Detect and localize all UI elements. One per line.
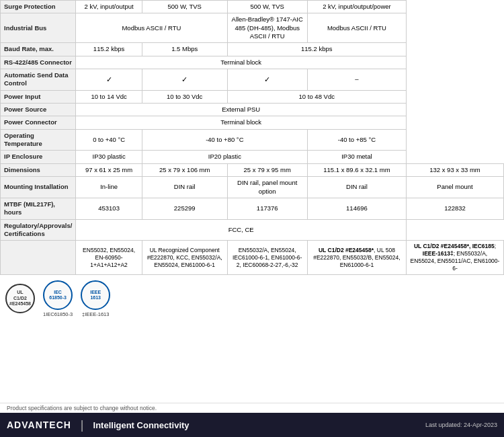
cell: Allen-Bradley® 1747-AIC 485 (DH-485), Mo… xyxy=(227,13,307,43)
table-row: Regulatory/Approvals/ Certifications FCC… xyxy=(1,219,504,241)
cell: ✓ xyxy=(76,69,142,91)
row-label: RS-422/485 Connector xyxy=(1,56,76,69)
cell: FCC, CE xyxy=(76,219,407,241)
cell: 115.1 x 89.6 x 32.1 mm xyxy=(307,163,406,176)
table-row: Dimensions 97 x 61 x 25 mm 25 x 79 x 106… xyxy=(1,163,504,176)
row-label: Power Source xyxy=(1,104,76,116)
cell: 2 kV, input/output xyxy=(76,1,142,13)
cell: 0 to +40 °C xyxy=(76,129,142,151)
cell: IP20 plastic xyxy=(142,151,307,163)
row-label: Industrial Bus xyxy=(1,13,76,43)
cell: 97 x 61 x 25 mm xyxy=(76,163,142,176)
cell: UL C1/D2 #E245458*, UL 508 #E222870, EN5… xyxy=(307,241,406,275)
cell: 115.2 kbps xyxy=(227,43,406,56)
brand-area: ADVANTECH | Intelligent Connectivity xyxy=(7,418,190,432)
table-row: RS-422/485 Connector Terminal block xyxy=(1,56,504,69)
table-row: IP Enclosure IP30 plastic IP20 plastic I… xyxy=(1,151,504,163)
cell: IP30 metal xyxy=(307,151,406,163)
cell: Terminal block xyxy=(76,116,407,129)
row-label: Operating Temperature xyxy=(1,129,76,151)
cell: -40 to +80 °C xyxy=(142,129,307,151)
row-label: Power Input xyxy=(1,90,76,103)
footer-note: Product specifications are subject to ch… xyxy=(0,403,504,413)
cell: 10 to 30 Vdc xyxy=(142,90,227,103)
row-label: IP Enclosure xyxy=(1,151,76,163)
row-label: Automatic Send Data Control xyxy=(1,69,76,91)
cell: Terminal block xyxy=(76,56,407,69)
row-label: Mounting Installation xyxy=(1,177,76,198)
cell: DIN rail xyxy=(307,177,406,198)
cell: ✓ xyxy=(227,69,307,91)
cert-logo-ul: ULC1/D2#E245458 xyxy=(5,284,35,315)
cell: 500 W, TVS xyxy=(142,1,227,13)
main-content: Surge Protection 2 kV, input/output 500 … xyxy=(0,0,504,320)
cell: 115.2 kbps xyxy=(76,43,142,56)
row-label: Baud Rate, max. xyxy=(1,43,76,56)
brand-name: ADVANTECH xyxy=(7,420,71,430)
cell: 453103 xyxy=(76,198,142,219)
cell: EN55032, EN55024, EN-60950-1+A1+A12+A2 xyxy=(76,241,142,275)
cell: Modbus ASCII / RTU xyxy=(307,13,406,43)
cell: DIN rail, panel mount option xyxy=(227,177,307,198)
table-row: Surge Protection 2 kV, input/output 500 … xyxy=(1,1,504,13)
cell: In-line xyxy=(76,177,142,198)
cell: -40 to +85 °C xyxy=(307,129,406,151)
cell: DIN rail xyxy=(142,177,227,198)
cell: UL C1/D2 #E245458*, IEC6185; IEEE-1613‡;… xyxy=(407,241,504,275)
table-row: Baud Rate, max. 115.2 kbps 1.5 Mbps 115.… xyxy=(1,43,504,56)
cert-logo-iec: IEC61850-3 1IEC61850-3 xyxy=(43,280,73,317)
row-label xyxy=(1,241,76,275)
cert-logos-area: ULC1/D2#E245458 IEC61850-3 1IEC61850-3 I… xyxy=(0,275,504,320)
logo-bar: ADVANTECH | Intelligent Connectivity Las… xyxy=(0,413,504,437)
cell: EN55032/A, EN55024, IEC61000-6-1, EN6100… xyxy=(227,241,307,275)
cell: 122832 xyxy=(407,198,504,219)
cell: 114696 xyxy=(307,198,406,219)
cell: – xyxy=(307,69,406,91)
row-label: Surge Protection xyxy=(1,1,76,13)
row-label: Dimensions xyxy=(1,163,76,176)
row-label: Power Connector xyxy=(1,116,76,129)
table-row: Power Source External PSU xyxy=(1,104,504,116)
cell: External PSU xyxy=(76,104,407,116)
cell: 25 x 79 x 95 mm xyxy=(227,163,307,176)
disclaimer-text: Product specifications are subject to ch… xyxy=(7,405,157,411)
cell: UL Recognized Component #E222870, KCC, E… xyxy=(142,241,227,275)
cell: 1.5 Mbps xyxy=(142,43,227,56)
cell: 225299 xyxy=(142,198,227,219)
table-row: Industrial Bus Modbus ASCII / RTU Allen-… xyxy=(1,13,504,43)
table-row: Power Connector Terminal block xyxy=(1,116,504,129)
cell: Modbus ASCII / RTU xyxy=(76,13,227,43)
table-row: Power Input 10 to 14 Vdc 10 to 30 Vdc 10… xyxy=(1,90,504,103)
iec-cert-icon: IEC61850-3 xyxy=(43,280,73,310)
table-row: Operating Temperature 0 to +40 °C -40 to… xyxy=(1,129,504,151)
cert-label: ‡IEEE-1613 xyxy=(82,311,109,317)
cell: ✓ xyxy=(142,69,227,91)
brand-divider: | xyxy=(81,418,84,432)
cell: 25 x 79 x 106 mm xyxy=(142,163,227,176)
specs-table: Surge Protection 2 kV, input/output 500 … xyxy=(0,0,504,275)
table-row: Automatic Send Data Control ✓ ✓ ✓ – xyxy=(1,69,504,91)
row-label: MTBF (MIL217F), hours xyxy=(1,198,76,219)
cert-label: 1IEC61850-3 xyxy=(43,311,73,317)
cell: 2 kV, input/output/power xyxy=(307,1,406,13)
cell: IP30 plastic xyxy=(76,151,142,163)
cell: Panel mount xyxy=(407,177,504,198)
cell: 10 to 48 Vdc xyxy=(227,90,406,103)
row-label: Regulatory/Approvals/ Certifications xyxy=(1,219,76,241)
brand-tagline: Intelligent Connectivity xyxy=(93,420,190,430)
cell: 10 to 14 Vdc xyxy=(76,90,142,103)
cell: 132 x 93 x 33 mm xyxy=(407,163,504,176)
cert-logo-ieee: IEEE1613 ‡IEEE-1613 xyxy=(81,280,110,317)
cell: 117376 xyxy=(227,198,307,219)
last-updated: Last updated: 24-Apr-2023 xyxy=(425,422,497,428)
table-row: Mounting Installation In-line DIN rail D… xyxy=(1,177,504,198)
table-row: EN55032, EN55024, EN-60950-1+A1+A12+A2 U… xyxy=(1,241,504,275)
cell: 500 W, TVS xyxy=(227,1,307,13)
ieee-cert-icon: IEEE1613 xyxy=(81,280,110,310)
ul-cert-icon: ULC1/D2#E245458 xyxy=(5,284,35,313)
table-row: MTBF (MIL217F), hours 453103 225299 1173… xyxy=(1,198,504,219)
